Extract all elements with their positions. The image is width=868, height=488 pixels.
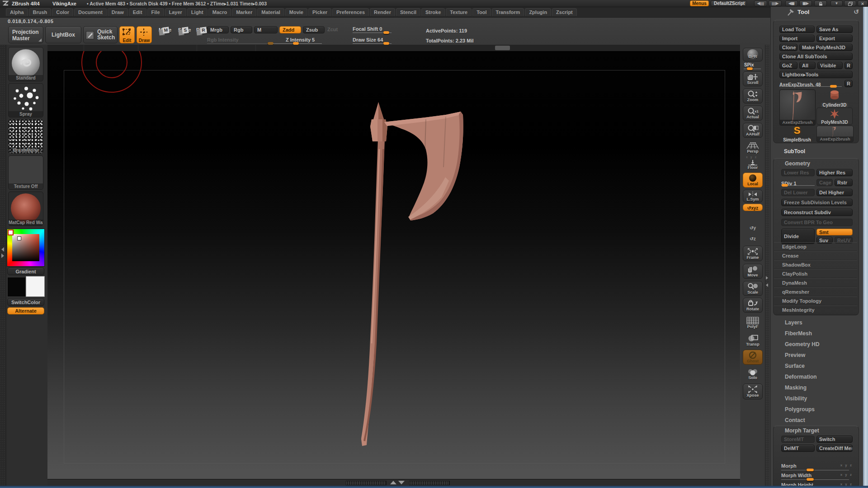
rgb-button[interactable]: Rgb xyxy=(231,26,252,33)
rotate-on-axis-button[interactable]: ↺xyz xyxy=(743,204,763,211)
switch-button[interactable]: Switch xyxy=(816,436,853,443)
divider-right-icon[interactable]: ||||▶ xyxy=(769,0,782,6)
bpr-button[interactable]: BPR xyxy=(743,48,763,61)
tool-section-header[interactable]: Polygroups xyxy=(770,404,861,415)
gradient-button[interactable]: Gradient xyxy=(7,267,44,275)
geometry-subsection-row[interactable]: DynaMesh xyxy=(774,278,857,287)
alternate-button[interactable]: Alternate xyxy=(7,307,44,314)
main-color-swatch[interactable] xyxy=(7,277,26,297)
local-button[interactable]: Local xyxy=(743,173,763,188)
geometry-subsection-row[interactable]: ClayPolish xyxy=(774,269,857,278)
export-button[interactable]: Export xyxy=(816,35,853,42)
rstr-button[interactable]: Rstr xyxy=(835,179,853,186)
lightbox-tools-button[interactable]: Lightbox▸Tools xyxy=(779,71,853,78)
tray-expand-up-icon[interactable] xyxy=(390,481,396,484)
canvas-top-scrollbar[interactable] xyxy=(47,45,740,52)
tray-collapse-left-icon[interactable] xyxy=(1,247,4,252)
geometry-subsection-row[interactable]: qRemesher xyxy=(774,287,857,296)
menu-item[interactable]: Movie xyxy=(285,8,307,17)
save-as-button[interactable]: Save As xyxy=(816,26,853,33)
clone-button[interactable]: Clone xyxy=(779,44,797,51)
right-strip-scrollbar[interactable] xyxy=(765,45,769,488)
reconstruct-subdiv-button[interactable]: Reconstruct Subdiv xyxy=(781,209,853,216)
zoom-button[interactable]: Zoom xyxy=(743,89,763,103)
menu-item[interactable]: Color xyxy=(52,8,73,17)
strip-arrow2-icon[interactable] xyxy=(766,283,768,287)
lsym-button[interactable]: L.Sym xyxy=(743,190,763,202)
menu-item[interactable]: Light xyxy=(187,8,208,17)
draw-size-slider[interactable]: Draw Size 64 xyxy=(353,37,383,42)
cylinder3d-tool[interactable]: Cylinder3D xyxy=(816,89,853,106)
xpose-button[interactable]: Xpose xyxy=(743,384,763,399)
strip-arrow-icon[interactable] xyxy=(766,276,768,280)
material-thumbnail[interactable]: MatCap Red Wax xyxy=(8,192,43,226)
menu-item[interactable]: Preferences xyxy=(332,8,369,17)
menu-item[interactable]: Brush xyxy=(29,8,52,17)
sdiv-slider[interactable]: SDiv 1 xyxy=(781,179,815,186)
morph-slider[interactable]: Morph Width x y z xyxy=(774,471,857,481)
stroke-thumbnail[interactable]: Spray xyxy=(8,83,43,117)
tool-section-header[interactable]: Layers xyxy=(770,317,861,328)
quick-sketch-button[interactable]: Quick Sketch xyxy=(83,26,118,43)
menu-item[interactable]: Stroke xyxy=(421,8,445,17)
scrollbar-thumb[interactable] xyxy=(495,46,510,50)
sdiv-handle[interactable] xyxy=(782,184,788,187)
import-button[interactable]: Import xyxy=(779,35,815,42)
store-mt-button[interactable]: StoreMT xyxy=(781,436,815,443)
tool-section-header[interactable]: FiberMesh xyxy=(770,328,861,339)
frame-button[interactable]: Frame xyxy=(743,246,763,261)
left-tray-divider[interactable] xyxy=(0,45,6,488)
transp-button[interactable]: Transp xyxy=(743,333,763,348)
spix-slider[interactable]: SPix xyxy=(744,62,754,67)
menu-item[interactable]: Document xyxy=(74,8,107,17)
make-polymesh3d-button[interactable]: Make PolyMesh3D xyxy=(799,44,853,51)
geometry-subsection-row[interactable]: MeshIntegrity xyxy=(774,305,857,314)
persp-button[interactable]: Persp xyxy=(743,140,763,154)
menu-item[interactable]: Zscript xyxy=(552,8,577,17)
axe-model[interactable] xyxy=(357,99,470,452)
polyf-button[interactable]: PolyF xyxy=(743,315,763,330)
geometry-subsection-row[interactable]: ShadowBox xyxy=(774,260,857,269)
spix-handle[interactable] xyxy=(747,67,753,70)
subtool-section-header[interactable]: SubTool xyxy=(784,148,805,155)
current-tool-thumbnail[interactable]: AxeExpZbrush xyxy=(779,89,816,126)
close-icon[interactable]: × xyxy=(858,0,868,6)
ghost-button[interactable]: Ghost xyxy=(743,350,763,365)
cage-button[interactable]: Cage xyxy=(816,179,833,186)
move-3d-button[interactable]: Move xyxy=(743,264,763,279)
rotate-z-button[interactable]: ↺z xyxy=(743,236,763,243)
lock-icon[interactable] xyxy=(814,0,827,6)
tool-scrub-handle[interactable] xyxy=(830,85,837,88)
menu-item[interactable]: Texture xyxy=(446,8,472,17)
lower-res-button[interactable]: Lower Res xyxy=(781,169,815,176)
higher-res-button[interactable]: Higher Res xyxy=(816,169,853,176)
rotate-3d-button[interactable]: Rotate xyxy=(743,298,763,313)
divider-left-icon[interactable]: ◀|||| xyxy=(754,0,767,6)
geometry-subsection-row[interactable]: Crease xyxy=(774,251,857,260)
tool-r-button[interactable]: R xyxy=(844,80,853,87)
tool-reset-icon[interactable]: ↺ xyxy=(854,8,859,15)
focal-shift-slider[interactable]: Focal Shift 0 xyxy=(353,26,382,32)
menu-item[interactable]: Tool xyxy=(472,8,491,17)
solo-button[interactable]: Solo xyxy=(743,367,763,382)
current-brush-thumbnail[interactable]: Standard xyxy=(8,47,43,81)
scroll-button[interactable]: Scroll xyxy=(743,71,763,86)
aahalf-button[interactable]: AAHalf xyxy=(743,123,763,138)
geometry-section-header[interactable]: Geometry xyxy=(785,160,810,167)
floor-button[interactable]: Floor xyxy=(743,159,763,171)
menu-item[interactable]: Zplugin xyxy=(525,8,551,17)
menu-item[interactable]: Transform xyxy=(492,8,524,17)
focal-shift-handle[interactable] xyxy=(383,31,389,34)
load-tool-button[interactable]: Load Tool xyxy=(779,26,815,33)
m-button[interactable]: M xyxy=(254,26,278,33)
menu-item[interactable]: Marker xyxy=(232,8,256,17)
clone-all-subtools-button[interactable]: Clone All SubTools xyxy=(779,53,853,60)
menu-item[interactable]: Layer xyxy=(165,8,186,17)
menu-item[interactable]: Stencil xyxy=(396,8,420,17)
morph-target-header[interactable]: Morph Target xyxy=(785,427,819,434)
axe-tool-small[interactable]: AxeExpZbrush xyxy=(816,126,854,142)
bottom-tray-divider[interactable] xyxy=(47,479,740,486)
create-diff-button[interactable]: CreateDiff Mesh xyxy=(816,445,853,452)
tool-section-header[interactable]: Surface xyxy=(770,361,861,371)
minimize-icon[interactable]: ▼ xyxy=(830,0,843,6)
